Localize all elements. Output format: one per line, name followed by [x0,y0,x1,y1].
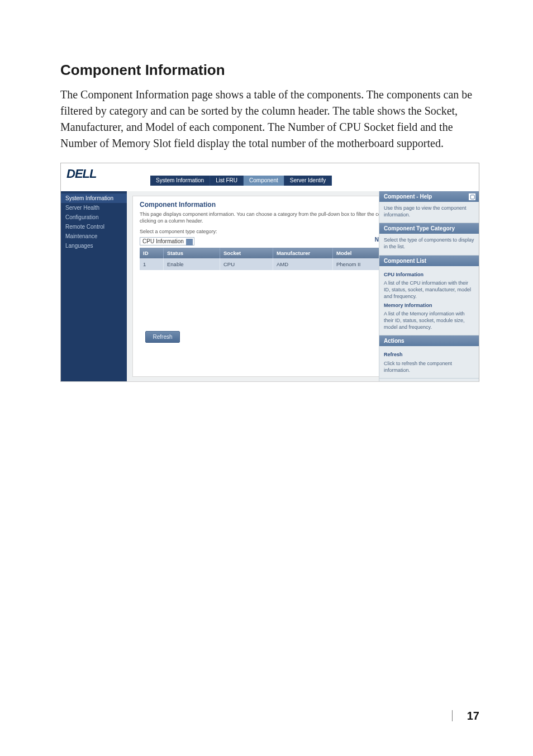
page-number: 17 [452,710,479,722]
help-text-refresh: Click to refresh the component informati… [384,361,474,374]
help-sub-refresh: Refresh [384,352,474,358]
category-select[interactable]: CPU Information [140,237,194,245]
close-icon[interactable]: ▢ [469,193,475,200]
help-text-cpu: A list of the CPU information with their… [384,280,474,300]
col-socket[interactable]: Socket [220,248,273,258]
chevron-down-icon [186,239,193,245]
help-panel: Component - Help ▢ Use this page to view… [379,191,479,381]
tab-system-information[interactable]: System Information [150,176,210,186]
help-heading-actions: Actions [379,336,479,346]
col-id[interactable]: ID [140,248,164,258]
category-select-value: CPU Information [142,238,184,244]
help-body-list: CPU Information A list of the CPU inform… [379,266,479,336]
sidebar-item-system-information[interactable]: System Information [61,193,127,203]
tab-component[interactable]: Component [244,176,284,186]
help-heading-text: Component - Help [384,193,432,200]
sidebar-item-maintenance[interactable]: Maintenance [61,231,127,241]
help-sub-cpu: CPU Information [384,272,474,278]
cell-status: Enable [164,258,220,270]
help-heading-component: Component - Help ▢ [379,191,479,202]
help-sub-memory: Memory Information [384,303,474,309]
tab-server-identify[interactable]: Server Identify [284,176,332,186]
sidebar: System Information Server Health Configu… [61,191,127,381]
refresh-button[interactable]: Refresh [145,331,180,343]
sidebar-item-remote-control[interactable]: Remote Control [61,222,127,231]
cell-manufacturer: AMD [273,258,333,270]
help-text-memory: A list of the Memory information with th… [384,311,474,330]
tab-list-fru[interactable]: List FRU [210,176,244,186]
help-heading-list: Component List [379,256,479,266]
body-paragraph: The Component Information page shows a t… [60,87,479,152]
help-body-category: Select the type of components to display… [379,234,479,254]
page-number-separator [452,710,453,721]
embedded-screenshot: DELL System Information List FRU Compone… [60,163,479,382]
cell-id: 1 [140,258,164,270]
sidebar-item-languages[interactable]: Languages [61,241,127,251]
sidebar-item-server-health[interactable]: Server Health [61,203,127,212]
sidebar-item-configuration[interactable]: Configuration [61,212,127,222]
help-heading-category: Component Type Category [379,223,479,234]
help-body-component: Use this page to view the component info… [379,202,479,223]
col-status[interactable]: Status [164,248,220,258]
help-body-actions: Refresh Click to refresh the component i… [379,346,479,378]
col-manufacturer[interactable]: Manufacturer [273,248,333,258]
dell-logo: DELL [66,167,96,181]
page-number-value: 17 [467,710,479,722]
section-heading: Component Information [60,62,479,79]
cell-socket: CPU [220,258,273,270]
top-tabs: System Information List FRU Component Se… [150,176,332,186]
screenshot-header: DELL System Information List FRU Compone… [61,163,479,192]
